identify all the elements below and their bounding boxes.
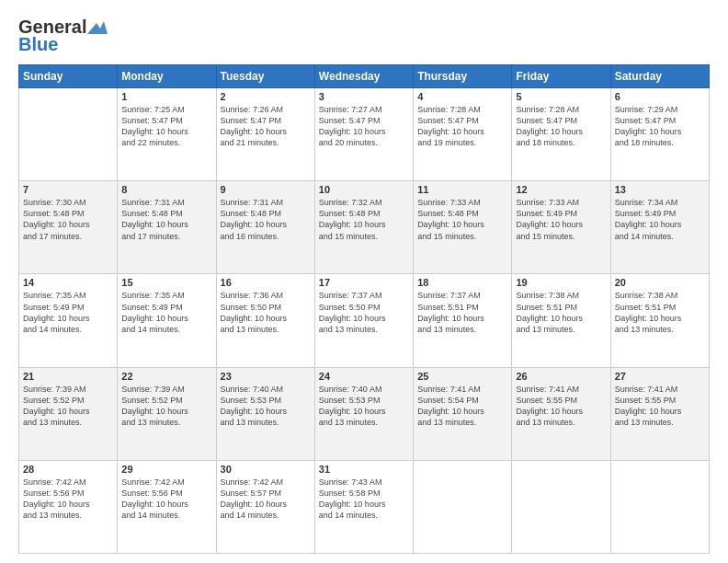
logo-blue: Blue: [18, 34, 58, 55]
cell-info: Sunrise: 7:33 AM Sunset: 5:49 PM Dayligh…: [516, 197, 606, 242]
cell-info: Sunrise: 7:39 AM Sunset: 5:52 PM Dayligh…: [23, 384, 113, 429]
day-number: 10: [319, 184, 409, 195]
calendar-cell: 4Sunrise: 7:28 AM Sunset: 5:47 PM Daylig…: [414, 88, 512, 181]
cell-info: Sunrise: 7:42 AM Sunset: 5:56 PM Dayligh…: [23, 477, 113, 522]
cell-info: Sunrise: 7:28 AM Sunset: 5:47 PM Dayligh…: [516, 104, 606, 149]
day-number: 9: [221, 184, 311, 195]
calendar-cell: 27Sunrise: 7:41 AM Sunset: 5:55 PM Dayli…: [610, 367, 709, 460]
calendar-cell: 3Sunrise: 7:27 AM Sunset: 5:47 PM Daylig…: [314, 88, 413, 181]
calendar-cell: 31Sunrise: 7:43 AM Sunset: 5:58 PM Dayli…: [314, 460, 413, 553]
calendar-week-4: 21Sunrise: 7:39 AM Sunset: 5:52 PM Dayli…: [19, 367, 710, 460]
day-number: 22: [121, 371, 211, 382]
cell-info: Sunrise: 7:41 AM Sunset: 5:54 PM Dayligh…: [417, 384, 507, 429]
calendar-cell: 2Sunrise: 7:26 AM Sunset: 5:47 PM Daylig…: [216, 88, 314, 181]
day-number: 26: [516, 371, 606, 382]
calendar-cell: 1Sunrise: 7:25 AM Sunset: 5:47 PM Daylig…: [118, 88, 216, 181]
day-number: 8: [121, 184, 211, 195]
cell-info: Sunrise: 7:41 AM Sunset: 5:55 PM Dayligh…: [516, 384, 606, 429]
cell-info: Sunrise: 7:34 AM Sunset: 5:49 PM Dayligh…: [615, 197, 705, 242]
calendar-cell: [19, 88, 118, 181]
day-number: 4: [417, 91, 507, 102]
weekday-header-saturday: Saturday: [610, 65, 709, 88]
cell-info: Sunrise: 7:42 AM Sunset: 5:57 PM Dayligh…: [221, 477, 311, 522]
cell-info: Sunrise: 7:32 AM Sunset: 5:48 PM Dayligh…: [319, 197, 409, 242]
calendar-cell: 22Sunrise: 7:39 AM Sunset: 5:52 PM Dayli…: [118, 367, 216, 460]
cell-info: Sunrise: 7:31 AM Sunset: 5:48 PM Dayligh…: [121, 197, 211, 242]
calendar-week-3: 14Sunrise: 7:35 AM Sunset: 5:49 PM Dayli…: [19, 274, 710, 367]
calendar-header-row: SundayMondayTuesdayWednesdayThursdayFrid…: [19, 65, 710, 88]
day-number: 14: [23, 277, 113, 288]
cell-info: Sunrise: 7:30 AM Sunset: 5:48 PM Dayligh…: [23, 197, 113, 242]
cell-info: Sunrise: 7:40 AM Sunset: 5:53 PM Dayligh…: [319, 384, 409, 429]
cell-info: Sunrise: 7:38 AM Sunset: 5:51 PM Dayligh…: [516, 290, 606, 335]
cell-info: Sunrise: 7:36 AM Sunset: 5:50 PM Dayligh…: [221, 290, 311, 335]
header: General Blue: [18, 17, 710, 55]
day-number: 20: [615, 277, 705, 288]
calendar-cell: 13Sunrise: 7:34 AM Sunset: 5:49 PM Dayli…: [610, 181, 709, 274]
calendar-cell: 11Sunrise: 7:33 AM Sunset: 5:48 PM Dayli…: [414, 181, 512, 274]
calendar-cell: 12Sunrise: 7:33 AM Sunset: 5:49 PM Dayli…: [512, 181, 610, 274]
cell-info: Sunrise: 7:37 AM Sunset: 5:50 PM Dayligh…: [319, 290, 409, 335]
logo-bird-icon: [87, 21, 108, 36]
cell-info: Sunrise: 7:41 AM Sunset: 5:55 PM Dayligh…: [615, 384, 705, 429]
weekday-header-wednesday: Wednesday: [314, 65, 413, 88]
day-number: 11: [417, 184, 507, 195]
calendar-cell: 16Sunrise: 7:36 AM Sunset: 5:50 PM Dayli…: [216, 274, 314, 367]
calendar-table: SundayMondayTuesdayWednesdayThursdayFrid…: [18, 64, 710, 554]
cell-info: Sunrise: 7:43 AM Sunset: 5:58 PM Dayligh…: [319, 477, 409, 522]
calendar-cell: 19Sunrise: 7:38 AM Sunset: 5:51 PM Dayli…: [512, 274, 610, 367]
cell-info: Sunrise: 7:35 AM Sunset: 5:49 PM Dayligh…: [23, 290, 113, 335]
day-number: 12: [516, 184, 606, 195]
day-number: 3: [319, 91, 409, 102]
calendar-cell: 28Sunrise: 7:42 AM Sunset: 5:56 PM Dayli…: [19, 460, 118, 553]
weekday-header-sunday: Sunday: [19, 65, 118, 88]
day-number: 21: [23, 371, 113, 382]
day-number: 2: [221, 91, 311, 102]
calendar-cell: [610, 460, 709, 553]
cell-info: Sunrise: 7:27 AM Sunset: 5:47 PM Dayligh…: [319, 104, 409, 149]
cell-info: Sunrise: 7:38 AM Sunset: 5:51 PM Dayligh…: [615, 290, 705, 335]
calendar-cell: 8Sunrise: 7:31 AM Sunset: 5:48 PM Daylig…: [118, 181, 216, 274]
page: General Blue SundayMondayTuesdayWednesda…: [0, 0, 728, 563]
cell-info: Sunrise: 7:37 AM Sunset: 5:51 PM Dayligh…: [417, 290, 507, 335]
calendar-cell: 23Sunrise: 7:40 AM Sunset: 5:53 PM Dayli…: [216, 367, 314, 460]
calendar-cell: 30Sunrise: 7:42 AM Sunset: 5:57 PM Dayli…: [216, 460, 314, 553]
calendar-cell: 29Sunrise: 7:42 AM Sunset: 5:56 PM Dayli…: [118, 460, 216, 553]
calendar-cell: 14Sunrise: 7:35 AM Sunset: 5:49 PM Dayli…: [19, 274, 118, 367]
cell-info: Sunrise: 7:42 AM Sunset: 5:56 PM Dayligh…: [121, 477, 211, 522]
day-number: 1: [121, 91, 211, 102]
cell-info: Sunrise: 7:35 AM Sunset: 5:49 PM Dayligh…: [121, 290, 211, 335]
calendar-cell: 5Sunrise: 7:28 AM Sunset: 5:47 PM Daylig…: [512, 88, 610, 181]
day-number: 30: [221, 464, 311, 475]
calendar-week-5: 28Sunrise: 7:42 AM Sunset: 5:56 PM Dayli…: [19, 460, 710, 553]
calendar-cell: 6Sunrise: 7:29 AM Sunset: 5:47 PM Daylig…: [610, 88, 709, 181]
cell-info: Sunrise: 7:29 AM Sunset: 5:47 PM Dayligh…: [615, 104, 705, 149]
day-number: 23: [221, 371, 311, 382]
logo: General Blue: [18, 17, 108, 55]
day-number: 5: [516, 91, 606, 102]
cell-info: Sunrise: 7:40 AM Sunset: 5:53 PM Dayligh…: [221, 384, 311, 429]
svg-marker-0: [87, 21, 108, 34]
calendar-cell: 15Sunrise: 7:35 AM Sunset: 5:49 PM Dayli…: [118, 274, 216, 367]
cell-info: Sunrise: 7:25 AM Sunset: 5:47 PM Dayligh…: [121, 104, 211, 149]
calendar-cell: [414, 460, 512, 553]
calendar-cell: 21Sunrise: 7:39 AM Sunset: 5:52 PM Dayli…: [19, 367, 118, 460]
day-number: 7: [23, 184, 113, 195]
cell-info: Sunrise: 7:31 AM Sunset: 5:48 PM Dayligh…: [221, 197, 311, 242]
day-number: 18: [417, 277, 507, 288]
day-number: 24: [319, 371, 409, 382]
day-number: 31: [319, 464, 409, 475]
cell-info: Sunrise: 7:26 AM Sunset: 5:47 PM Dayligh…: [221, 104, 311, 149]
calendar-cell: 18Sunrise: 7:37 AM Sunset: 5:51 PM Dayli…: [414, 274, 512, 367]
calendar-cell: 24Sunrise: 7:40 AM Sunset: 5:53 PM Dayli…: [314, 367, 413, 460]
calendar-cell: 9Sunrise: 7:31 AM Sunset: 5:48 PM Daylig…: [216, 181, 314, 274]
day-number: 19: [516, 277, 606, 288]
day-number: 25: [417, 371, 507, 382]
day-number: 6: [615, 91, 705, 102]
calendar-cell: [512, 460, 610, 553]
day-number: 15: [121, 277, 211, 288]
weekday-header-thursday: Thursday: [414, 65, 512, 88]
day-number: 29: [121, 464, 211, 475]
calendar-cell: 25Sunrise: 7:41 AM Sunset: 5:54 PM Dayli…: [414, 367, 512, 460]
day-number: 17: [319, 277, 409, 288]
